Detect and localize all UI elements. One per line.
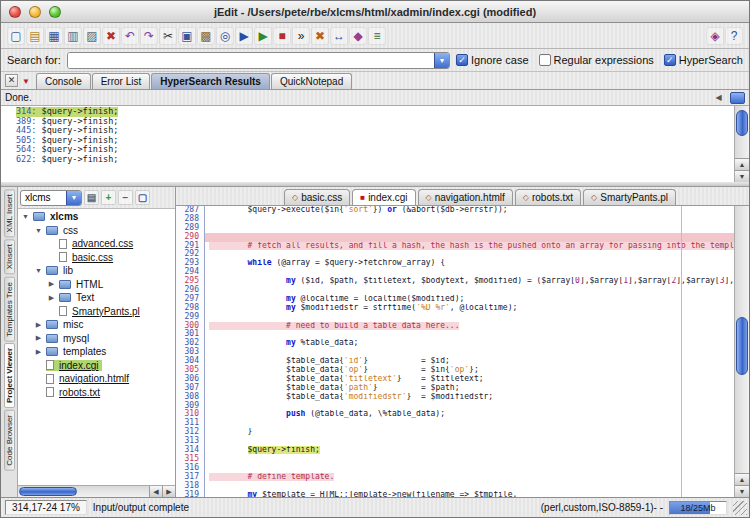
close-dock-icon[interactable]: ✕ <box>5 74 18 87</box>
code-line[interactable]: 309 <box>176 402 734 411</box>
tree-row-robots-txt[interactable]: robots.txt <box>18 386 175 400</box>
code-line[interactable]: 302 my %table_data; <box>176 339 734 348</box>
checkbox-hypersearch[interactable]: ✓HyperSearch <box>664 54 743 66</box>
code-line[interactable]: 288 <box>176 215 734 224</box>
xml-insert-icon[interactable]: ◆ <box>349 27 367 45</box>
code-line[interactable]: 297 my @localtime = localtime($modified)… <box>176 295 734 304</box>
run-macro-icon[interactable]: ▶ <box>254 27 272 45</box>
undo-icon[interactable]: ↶ <box>121 27 139 45</box>
error-list-icon[interactable]: ✖ <box>311 27 329 45</box>
tree-row-navigation-htmlf[interactable]: navigation.htmlf <box>18 372 175 386</box>
redo-icon[interactable]: ↷ <box>140 27 158 45</box>
code-line[interactable]: 316 <box>176 464 734 473</box>
code-line[interactable]: 312 } <box>176 428 734 437</box>
scroll-right-icon[interactable]: ▶ <box>162 486 175 497</box>
code-line[interactable]: 319 my $template = HTML::Template->new(f… <box>176 491 734 498</box>
search-history-dropdown-icon[interactable]: ▾ <box>434 53 449 68</box>
code-line[interactable]: 291 # fetch all results, and fill a hash… <box>176 242 734 251</box>
open-file-icon[interactable]: ▤ <box>26 27 44 45</box>
code-line[interactable]: 301 <box>176 330 734 339</box>
code-line[interactable]: 318 <box>176 482 734 491</box>
tree-row-misc[interactable]: ▶misc <box>18 318 175 332</box>
results-scrollbar[interactable]: ▲ ▼ <box>734 106 749 182</box>
dock-tab-console[interactable]: Console <box>36 73 91 89</box>
remove-file-icon[interactable]: − <box>118 190 133 205</box>
code-line[interactable]: 307 $table_data{'path'} = $path; <box>176 384 734 393</box>
memory-gauge[interactable]: 18/25Mb <box>669 501 727 515</box>
console-icon[interactable]: » <box>292 27 310 45</box>
search-input[interactable] <box>68 53 434 68</box>
save-file-icon[interactable]: ▦ <box>45 27 63 45</box>
text-area[interactable]: 287 $query->execute($in{'sort'}) or (&ab… <box>176 206 734 497</box>
scroll-down-icon[interactable]: ▼ <box>735 170 749 182</box>
editor-scrollbar[interactable]: ▲ ▼ <box>734 206 749 497</box>
scrollbar-thumb[interactable] <box>19 487 77 496</box>
dock-tab-hypersearch-results[interactable]: HyperSearch Results <box>151 73 270 89</box>
code-line[interactable]: 296 <box>176 286 734 295</box>
side-tab-code-browser[interactable]: Code Browser <box>4 410 15 471</box>
checkbox-ignore-case[interactable]: ✓Ignore case <box>456 54 528 66</box>
code-line[interactable]: 317 # define template. <box>176 473 734 482</box>
stop-icon[interactable]: ■ <box>273 27 291 45</box>
tree-row-index-cgi[interactable]: index.cgi <box>18 359 175 373</box>
search-combo[interactable]: ▾ <box>67 52 450 69</box>
code-line[interactable]: 294 <box>176 268 734 277</box>
tree-row-css[interactable]: ▼css <box>18 224 175 238</box>
code-line[interactable]: 313 <box>176 437 734 446</box>
buffer-tab-index-cgi[interactable]: ■index.cgi <box>352 189 415 205</box>
side-tab-xinsert[interactable]: XInsert <box>4 239 15 274</box>
buffer-tab-smartypants-pl[interactable]: ◇SmartyPants.pl <box>583 189 676 205</box>
code-line[interactable]: 290 <box>176 233 734 242</box>
code-line[interactable]: 300 # need to build a table data here... <box>176 322 734 331</box>
cut-icon[interactable]: ✂ <box>159 27 177 45</box>
titlebar[interactable]: jEdit - /Users/pete/rbe/xlcms/html/xadmi… <box>1 1 749 23</box>
print-icon[interactable]: ▥ <box>64 27 82 45</box>
code-line[interactable]: 292 <box>176 250 734 259</box>
zoom-window-button[interactable] <box>49 6 61 18</box>
dock-tab-error-list[interactable]: Error List <box>92 73 151 89</box>
previous-result-icon[interactable]: ◀ <box>711 92 726 104</box>
dock-tab-quicknotepad[interactable]: QuickNotepad <box>271 73 352 89</box>
code-line[interactable]: 304 $table_data{'id'} = $id; <box>176 357 734 366</box>
code-line[interactable]: 293 while (@array = $query->fetchrow_arr… <box>176 259 734 268</box>
code-line[interactable]: 306 $table_data{'titletext'} = $titletex… <box>176 375 734 384</box>
plugin-manager-icon[interactable]: ◈ <box>706 27 724 45</box>
tree-row-mysql[interactable]: ▶mysql <box>18 332 175 346</box>
tree-row-advanced-css[interactable]: advanced.css <box>18 237 175 251</box>
tree-row-lib[interactable]: ▼lib <box>18 264 175 278</box>
checkbox-regular-expressions[interactable]: Regular expressions <box>539 54 654 66</box>
tree-row-templates[interactable]: ▶templates <box>18 345 175 359</box>
new-file-icon[interactable]: ▢ <box>7 27 25 45</box>
tree-row-text[interactable]: ▶Text <box>18 291 175 305</box>
code-line[interactable]: 315 <box>176 455 734 464</box>
scroll-up-icon[interactable]: ▲ <box>735 473 749 485</box>
tree-row-smartypants-pl[interactable]: SmartyPants.pl <box>18 305 175 319</box>
scroll-down-icon[interactable]: ▼ <box>735 485 749 497</box>
scroll-left-icon[interactable]: ◀ <box>149 486 162 497</box>
dock-popup-icon[interactable]: ▼ <box>20 77 32 86</box>
side-tab-project-viewer[interactable]: Project Viewer <box>4 343 15 408</box>
tree-row-basic-css[interactable]: basic.css <box>18 251 175 265</box>
code-line[interactable]: 303 <box>176 348 734 357</box>
result-row[interactable]: 622: $query->finish; <box>1 155 734 165</box>
project-select-arrow-icon[interactable]: ▾ <box>66 191 81 205</box>
close-buffer-icon[interactable]: ✖ <box>102 27 120 45</box>
buffer-tab-basic-css[interactable]: ◇basic.css <box>284 189 350 205</box>
code-line[interactable]: 311 <box>176 419 734 428</box>
find-next-icon[interactable]: ▶ <box>235 27 253 45</box>
help-icon[interactable]: ? <box>725 27 743 45</box>
code-line[interactable]: 299 <box>176 313 734 322</box>
resize-grip[interactable] <box>733 501 747 515</box>
page-setup-icon[interactable]: ▨ <box>83 27 101 45</box>
buffer-tab-robots-txt[interactable]: ◇robots.txt <box>515 189 581 205</box>
buffer-switcher-icon[interactable]: ↔ <box>330 27 348 45</box>
buffer-tab-navigation-htmlf[interactable]: ◇navigation.htmlf <box>418 189 513 205</box>
tree-row-html[interactable]: ▶HTML <box>18 278 175 292</box>
scrollbar-thumb[interactable] <box>736 110 748 136</box>
side-tab-xml-insert[interactable]: XML Insert <box>4 189 15 237</box>
copy-icon[interactable]: ▣ <box>178 27 196 45</box>
code-line[interactable]: 295 my ($id, $path, $titletext, $bodytex… <box>176 277 734 286</box>
multiple-results-icon[interactable] <box>730 92 745 104</box>
code-line[interactable]: 305 $table_data{'op'} = $in{'op'}; <box>176 366 734 375</box>
scrollbar-thumb[interactable] <box>736 317 748 375</box>
